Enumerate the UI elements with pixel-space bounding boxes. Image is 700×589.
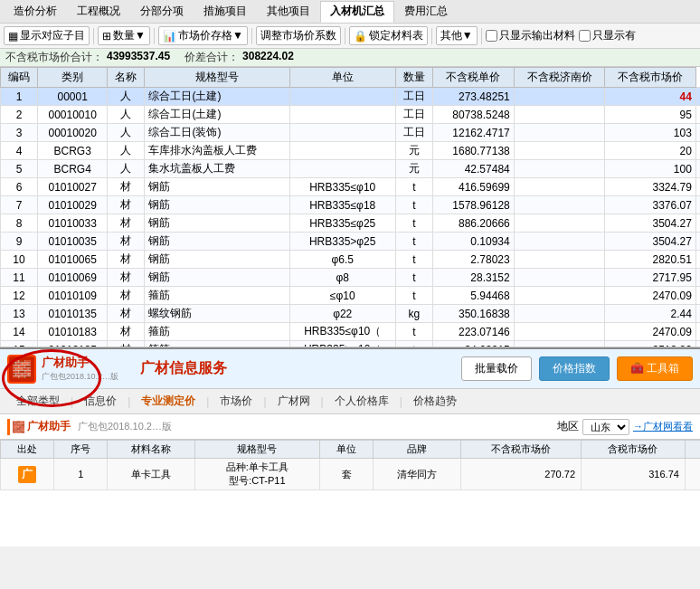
col-header-code: 编码 [1, 68, 38, 88]
table-row[interactable]: 5BCRG4人集水坑盖板人工费元42.57484100100100 [1, 160, 701, 178]
show-partial-checkbox[interactable] [579, 30, 591, 42]
table-row[interactable]: 200010010人综合工日(土建)工日80738.5248959595 [1, 106, 701, 124]
cell-5: 273.48251 [432, 88, 514, 106]
cell-8: 2470.09 [695, 323, 700, 341]
gc-sub-version: 广包包2018.10.2…版 [78, 420, 172, 433]
gc-region: 地区 山东 北京 上海 →广材网看看 [557, 419, 693, 435]
cell-6 [514, 106, 605, 124]
table-row[interactable]: 100001人综合工日(土建)工日273.48251444495 [1, 88, 701, 106]
gc-col-spec: 规格型号 [194, 441, 320, 459]
cell-6 [514, 287, 605, 305]
show-partial-wrap: 只显示有 [579, 28, 636, 43]
table-row[interactable]: 1001010065材钢筋φ6.5t2.780232820.512820.513… [1, 251, 701, 269]
gc-region-link[interactable]: →广材网看看 [633, 420, 693, 433]
no-tax-summary: 不含税市场价合计： 43993537.45 [5, 50, 170, 65]
cell-3: HRB335>φ10（ [289, 341, 395, 348]
gc-nav-personal[interactable]: 个人价格库 [326, 390, 398, 413]
cell-6 [514, 269, 605, 287]
cell-6 [514, 196, 605, 214]
gc-col-price-tax: 含税市场价 [582, 441, 686, 459]
cell-0: 01010109 [37, 287, 107, 305]
cell-1: 材 [108, 233, 145, 251]
price-index-btn[interactable]: 价格指数 [539, 356, 610, 381]
cell-4: 元 [395, 142, 432, 160]
show-output-wrap: 只显示输出材料 [486, 28, 575, 43]
cell-0: 01010065 [37, 251, 107, 269]
cell-5: 1680.77138 [432, 142, 514, 160]
cell-3: φ8 [289, 269, 395, 287]
bottom-panel: 🧱 广材助手 广包包2018.10.2…版 广材信息服务 批量载价 价格指数 🧰… [0, 347, 700, 546]
show-output-checkbox[interactable] [486, 30, 497, 42]
cell-2: 箍筋 [145, 287, 289, 305]
lock-table-btn[interactable]: 🔒 锁定材料表 [349, 26, 428, 45]
price-total-label: 价差合计： [184, 50, 239, 65]
table-row[interactable]: 1301010135材螺纹钢筋φ22kg350.168382.442.443.6… [1, 305, 701, 323]
table-row[interactable]: 1201010109材箍筋≤φ10t5.944682470.092470.093… [1, 287, 701, 305]
table-row[interactable]: 701010029材钢筋HRB335≤φ18t1578.961283376.07… [1, 196, 701, 214]
adjust-price-btn[interactable]: 调整市场价系数 [256, 26, 341, 45]
gc-nav-all[interactable]: 全部类型 [7, 390, 69, 413]
gc-sub-bar: 🧱 广材助手 广包包2018.10.2…版 地区 山东 北京 上海 →广材网看看 [0, 414, 700, 440]
cell-5: 223.07146 [432, 323, 514, 341]
cell-8: 95 [695, 106, 700, 124]
cell-1: 材 [108, 251, 145, 269]
col-header-unit: 单位 [289, 68, 395, 88]
cell-5: 2.78023 [432, 251, 514, 269]
cell-7: 3324.79 [605, 178, 696, 196]
tab-fenbufenxiang[interactable]: 分部分项 [130, 1, 194, 23]
tab-feiyong[interactable]: 费用汇总 [394, 1, 458, 23]
cell-3: HRB335≤φ18 [289, 196, 395, 214]
gc-result-row[interactable]: 广1单卡工具品种:单卡工具 型号:CT-P11套清华同方270.72316.74… [1, 459, 701, 490]
cell-8: 2820.51 [695, 251, 700, 269]
cell-7: 3376.07 [605, 196, 696, 214]
table-row[interactable]: 4BCRG3人车库排水沟盖板人工费元1680.77138202020 [1, 142, 701, 160]
cell-7: 2470.09 [605, 323, 696, 341]
tab-cuoshi[interactable]: 措施项目 [194, 1, 257, 23]
cell-no: 13 [1, 305, 38, 323]
cell-5: 80738.5248 [432, 106, 514, 124]
gc-assistant-label: 广材助手 [42, 355, 118, 371]
table-row[interactable]: 1401010183材箍筋HRB335≤φ10（t223.071462470.0… [1, 323, 701, 341]
cell-5: 1578.96128 [432, 196, 514, 214]
display-corresponding-btn[interactable]: ▦ 显示对应子目 [4, 26, 90, 45]
cell-1: 材 [108, 305, 145, 323]
gc-nav-market[interactable]: 市场价 [211, 390, 261, 413]
count-btn[interactable]: ⊞ 数量▼ [98, 26, 150, 45]
tab-caijihuizong[interactable]: 入材机汇总 [320, 1, 394, 23]
market-storage-btn[interactable]: 📊 市场价存格▼ [158, 26, 248, 45]
sep4 [345, 28, 345, 44]
cell-5: 350.16838 [432, 305, 514, 323]
market-icon: 📊 [163, 30, 176, 43]
table-row[interactable]: 1101010069材钢筋φ8t28.31522717.952717.95367… [1, 269, 701, 287]
tab-gongcheng[interactable]: 工程概况 [67, 1, 130, 23]
table-row[interactable]: 1501010185材箍筋HRB335>φ10（t24.600152512.82… [1, 341, 701, 348]
cell-7: 95 [605, 106, 696, 124]
table-row[interactable]: 300010020人综合工日(装饰)工日12162.4717103103103 [1, 124, 701, 142]
cell-1: 人 [108, 106, 145, 124]
cell-no: 4 [1, 142, 38, 160]
table-row[interactable]: 601010027材钢筋HRB335≤φ10t416.596993324.793… [1, 178, 701, 196]
cell-7: 103 [605, 124, 696, 142]
gc-region-select[interactable]: 山东 北京 上海 [582, 419, 629, 435]
gc-nav-info[interactable]: 信息价 [75, 390, 126, 413]
gc-sub-assistant[interactable]: 🧱 广材助手 [7, 419, 71, 435]
table-row[interactable]: 801010033材钢筋HRB335≤φ25t886.206663504.273… [1, 214, 701, 233]
cell-0: 00001 [37, 88, 107, 106]
cell-2: 车库排水沟盖板人工费 [145, 142, 289, 160]
toolbox-btn[interactable]: 🧰 工具箱 [617, 356, 693, 381]
other-btn[interactable]: 其他▼ [436, 26, 478, 45]
sep1 [93, 28, 94, 44]
batch-pricing-btn[interactable]: 批量载价 [461, 356, 532, 381]
price-total-value: 308224.02 [242, 50, 294, 65]
cell-0: BCRG3 [37, 142, 107, 160]
tab-qita[interactable]: 其他项目 [257, 1, 320, 23]
gc-nav-professional[interactable]: 专业测定价 [132, 390, 204, 413]
table-row[interactable]: 901010035材钢筋HRB335>φ25t0.109343504.27350… [1, 233, 701, 251]
gc-nav-guangcaiwang[interactable]: 广材网 [269, 390, 319, 413]
gc-nav-trend[interactable]: 价格趋势 [404, 390, 466, 413]
tab-zaojia[interactable]: 造价分析 [4, 1, 67, 23]
cell-4: t [395, 341, 432, 348]
sep5 [431, 28, 432, 44]
cell-5: 12162.4717 [432, 124, 514, 142]
cell-7: 3504.27 [605, 214, 696, 233]
